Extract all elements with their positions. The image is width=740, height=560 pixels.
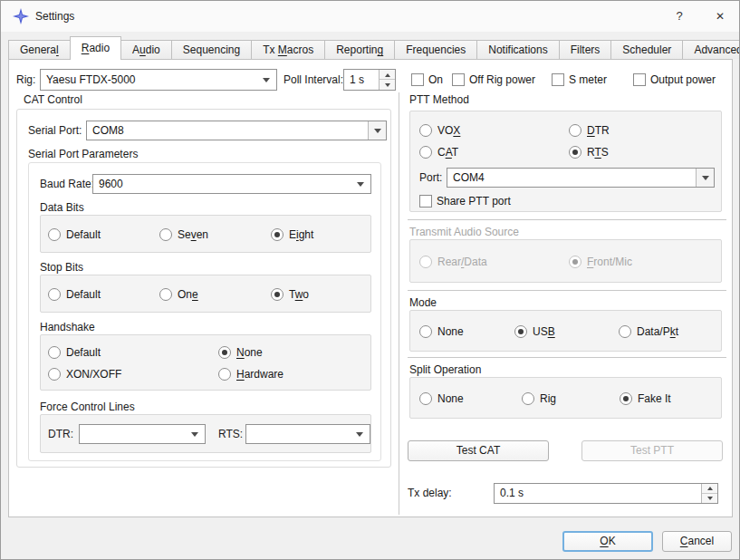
rig-combobox[interactable]: Yaesu FTDX-5000 bbox=[40, 69, 277, 91]
dropdown-arrow-icon bbox=[702, 176, 709, 180]
ptt-port-value: COM4 bbox=[453, 169, 694, 187]
radio-label: None bbox=[437, 325, 464, 338]
spin-down-icon[interactable] bbox=[702, 493, 717, 504]
tab-radio[interactable]: Radio bbox=[70, 36, 121, 60]
tab-filters[interactable]: Filters bbox=[559, 40, 612, 59]
dtr-label: DTR: bbox=[48, 424, 73, 444]
radio-handshake-xon-xoff[interactable]: XON/XOFF bbox=[48, 367, 121, 381]
checkbox-output-power[interactable]: Output power bbox=[633, 72, 716, 87]
radio-handshake-none[interactable]: None bbox=[218, 345, 263, 360]
radio-data-bits-default[interactable]: Default bbox=[48, 227, 101, 242]
radio-button bbox=[419, 146, 432, 159]
ok-button[interactable]: OK bbox=[562, 531, 653, 552]
section-divider bbox=[408, 357, 726, 358]
baud-rate-combobox[interactable]: 9600 bbox=[92, 174, 371, 194]
handshake-title: Handshake bbox=[40, 321, 95, 333]
radio-button bbox=[159, 228, 172, 241]
radio-button bbox=[419, 392, 432, 405]
split-operation-panel: None Rig Fake It bbox=[409, 377, 722, 419]
transmit-audio-source-panel: Rear/Data Front/Mic bbox=[409, 239, 722, 283]
mode-panel: None USB Data/Pkt bbox=[409, 310, 722, 352]
radio-label: None bbox=[236, 346, 263, 359]
radio-stop-bits-one[interactable]: One bbox=[159, 287, 198, 302]
radio-label: Default bbox=[66, 288, 101, 301]
radio-label: Rear/Data bbox=[437, 256, 487, 268]
checkbox-s-meter[interactable]: S meter bbox=[552, 72, 607, 87]
radio-ptt-cat[interactable]: CAT bbox=[419, 145, 458, 159]
radio-tas-front-mic: Front/Mic bbox=[569, 255, 632, 269]
rts-combobox[interactable] bbox=[245, 424, 370, 444]
radio-label: One bbox=[178, 288, 198, 301]
split-operation-title: Split Operation bbox=[409, 363, 481, 376]
help-icon[interactable]: ? bbox=[665, 1, 694, 32]
radio-button bbox=[569, 256, 581, 268]
tab-scheduler[interactable]: Scheduler bbox=[610, 40, 683, 59]
radio-label: USB bbox=[533, 325, 555, 338]
tab-bar: General Radio Audio Sequencing Tx Macros… bbox=[1, 32, 739, 59]
radio-data-bits-eight[interactable]: Eight bbox=[271, 227, 313, 242]
checkbox-power-off[interactable]: Off bbox=[452, 72, 484, 87]
checkbox-label: On bbox=[428, 73, 443, 86]
radio-button bbox=[48, 368, 61, 381]
tab-tx-macros[interactable]: Tx Macros bbox=[251, 40, 325, 59]
tab-audio[interactable]: Audio bbox=[120, 40, 172, 59]
section-divider bbox=[408, 290, 726, 291]
radio-button bbox=[271, 288, 284, 301]
radio-stop-bits-two[interactable]: Two bbox=[271, 287, 309, 302]
checkbox-share-ptt-port[interactable]: Share PTT port bbox=[419, 194, 511, 208]
radio-split-fake-it[interactable]: Fake It bbox=[620, 391, 671, 406]
tab-advanced[interactable]: Advanced bbox=[682, 40, 740, 59]
radio-button bbox=[522, 392, 534, 405]
radio-label: Two bbox=[289, 288, 309, 301]
tab-notifications[interactable]: Notifications bbox=[476, 40, 559, 59]
radio-button bbox=[419, 256, 432, 268]
test-cat-button[interactable]: Test CAT bbox=[408, 440, 549, 461]
force-control-lines-title: Force Control Lines bbox=[40, 401, 135, 413]
radio-label: DTR bbox=[587, 124, 610, 137]
checkbox-box bbox=[552, 73, 564, 86]
checkbox-power-on[interactable]: On bbox=[411, 72, 443, 87]
serial-port-combobox[interactable]: COM8 bbox=[86, 121, 387, 140]
dropdown-arrow-icon bbox=[263, 78, 270, 82]
dtr-combobox[interactable] bbox=[79, 424, 206, 444]
serial-port-label: Serial Port: bbox=[28, 121, 82, 140]
radio-handshake-default[interactable]: Default bbox=[48, 345, 101, 360]
radio-split-rig[interactable]: Rig bbox=[522, 391, 556, 406]
stop-bits-title: Stop Bits bbox=[40, 261, 83, 274]
dropdown-button[interactable] bbox=[368, 121, 386, 140]
radio-label: Hardware bbox=[236, 368, 284, 381]
tab-sequencing[interactable]: Sequencing bbox=[171, 40, 252, 59]
radio-button bbox=[48, 228, 61, 241]
radio-mode-usb[interactable]: USB bbox=[514, 324, 555, 339]
ptt-port-combobox[interactable]: COM4 bbox=[447, 168, 715, 188]
close-icon[interactable]: ✕ bbox=[706, 1, 735, 32]
radio-label: CAT bbox=[437, 146, 458, 159]
dropdown-arrow-icon bbox=[357, 182, 364, 187]
dropdown-button[interactable] bbox=[696, 169, 714, 187]
tx-delay-spinbox[interactable]: 0.1 s bbox=[494, 483, 718, 504]
spinner-buttons bbox=[701, 484, 717, 503]
radio-handshake-hardware[interactable]: Hardware bbox=[218, 367, 284, 381]
radio-ptt-dtr[interactable]: DTR bbox=[569, 123, 610, 138]
force-control-lines-panel: DTR: RTS: bbox=[40, 414, 371, 453]
tab-frequencies[interactable]: Frequencies bbox=[394, 40, 477, 59]
cat-control-group: Serial Port: COM8 Serial Port Parameters… bbox=[16, 109, 391, 468]
radio-mode-data-pkt[interactable]: Data/Pkt bbox=[619, 324, 678, 339]
tx-delay-label: Tx delay: bbox=[408, 483, 452, 504]
radio-ptt-vox[interactable]: VOX bbox=[419, 123, 460, 138]
spin-down-icon[interactable] bbox=[380, 79, 395, 90]
radio-stop-bits-default[interactable]: Default bbox=[48, 287, 101, 302]
serial-port-value: COM8 bbox=[92, 121, 366, 140]
cancel-button[interactable]: Cancel bbox=[662, 531, 732, 552]
rig-value: Yaesu FTDX-5000 bbox=[46, 70, 256, 90]
tab-general[interactable]: General bbox=[8, 40, 71, 59]
column-divider bbox=[399, 92, 399, 515]
radio-data-bits-seven[interactable]: Seven bbox=[159, 227, 208, 242]
serial-params-title: Serial Port Parameters bbox=[28, 148, 138, 160]
poll-interval-spinbox[interactable]: 1 s bbox=[343, 69, 396, 91]
radio-label: Front/Mic bbox=[587, 256, 632, 268]
tab-reporting[interactable]: Reporting bbox=[324, 40, 395, 59]
radio-mode-none[interactable]: None bbox=[419, 324, 464, 339]
radio-split-none[interactable]: None bbox=[419, 391, 464, 406]
radio-ptt-rts[interactable]: RTS bbox=[569, 145, 609, 159]
